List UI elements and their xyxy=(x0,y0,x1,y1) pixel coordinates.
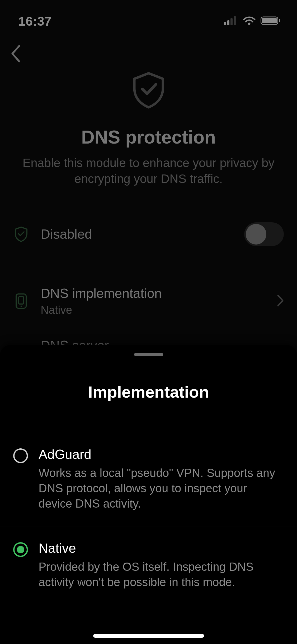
svg-point-4 xyxy=(248,23,251,25)
radio-unselected-icon xyxy=(13,448,28,463)
home-indicator[interactable] xyxy=(93,634,204,638)
option-native[interactable]: Native Provided by the OS itself. Inspec… xyxy=(0,527,297,605)
dns-enabled-row: Disabled xyxy=(0,215,297,253)
dns-enabled-toggle[interactable] xyxy=(244,222,284,246)
page-hero: DNS protection Enable this module to enh… xyxy=(0,70,297,187)
chevron-right-icon xyxy=(277,295,284,307)
svg-rect-1 xyxy=(227,20,229,25)
shield-check-icon xyxy=(129,70,168,111)
svg-rect-3 xyxy=(234,16,236,25)
svg-rect-9 xyxy=(19,297,23,304)
dns-enabled-label: Disabled xyxy=(41,227,244,242)
cellular-icon xyxy=(224,16,238,26)
svg-rect-7 xyxy=(279,19,280,22)
page-subtitle: Enable this module to enhance your priva… xyxy=(18,155,279,187)
option-native-label: Native xyxy=(39,541,284,556)
implementation-sheet: Implementation AdGuard Works as a local … xyxy=(0,345,297,644)
svg-rect-6 xyxy=(262,18,277,23)
back-button[interactable] xyxy=(11,59,21,63)
option-adguard-desc: Works as a local "pseudo" VPN. Supports … xyxy=(39,465,284,511)
svg-rect-0 xyxy=(224,22,226,25)
nav-bar xyxy=(11,45,21,63)
device-icon xyxy=(13,293,29,309)
status-icons xyxy=(224,16,281,26)
status-time: 16:37 xyxy=(18,14,51,29)
implementation-options: AdGuard Works as a local "pseudo" VPN. S… xyxy=(0,433,297,605)
option-adguard[interactable]: AdGuard Works as a local "pseudo" VPN. S… xyxy=(0,433,297,527)
status-bar: 16:37 xyxy=(0,0,297,34)
radio-selected-icon xyxy=(13,542,28,557)
dns-implementation-value: Native xyxy=(41,304,277,316)
dns-implementation-title: DNS implementation xyxy=(41,286,277,301)
option-adguard-label: AdGuard xyxy=(39,447,284,462)
option-native-desc: Provided by the OS itself. Inspecting DN… xyxy=(39,559,284,590)
svg-rect-2 xyxy=(230,18,233,25)
dns-implementation-row[interactable]: DNS implementation Native xyxy=(0,275,297,327)
page-title: DNS protection xyxy=(81,127,216,148)
sheet-grabber[interactable] xyxy=(134,353,163,356)
sheet-title: Implementation xyxy=(0,383,297,401)
wifi-icon xyxy=(243,16,256,26)
svg-point-10 xyxy=(21,306,22,307)
shield-icon xyxy=(13,226,29,242)
battery-icon xyxy=(261,16,281,26)
